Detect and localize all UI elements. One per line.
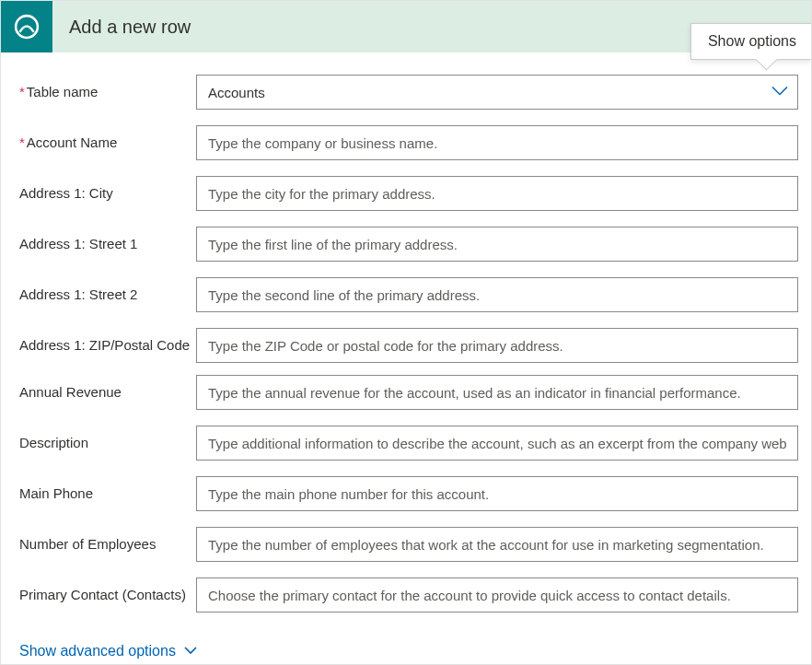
show-options-button[interactable]: Show options: [690, 23, 811, 60]
show-advanced-options-label: Show advanced options: [19, 643, 176, 659]
revenue-input[interactable]: [196, 375, 798, 410]
row-employees: Number of Employees: [19, 527, 798, 564]
employees-input[interactable]: [196, 527, 798, 562]
form-area: *Table name *Account Name Address 1: Cit…: [1, 52, 811, 665]
city-input[interactable]: [196, 176, 798, 211]
label-revenue: Annual Revenue: [19, 375, 196, 402]
label-city: Address 1: City: [19, 176, 196, 203]
label-table-name: *Table name: [19, 75, 196, 101]
row-contact: Primary Contact (Contacts): [19, 578, 798, 614]
row-street2: Address 1: Street 2: [19, 277, 798, 314]
description-input[interactable]: [196, 426, 798, 461]
label-phone: Main Phone: [19, 476, 196, 503]
label-street2: Address 1: Street 2: [19, 277, 196, 304]
label-account-name: *Account Name: [19, 125, 196, 152]
contact-input[interactable]: [196, 578, 798, 612]
table-name-select[interactable]: [196, 75, 798, 110]
zip-input[interactable]: [196, 328, 798, 363]
row-table-name: *Table name: [19, 75, 798, 111]
row-description: Description: [19, 426, 798, 462]
row-city: Address 1: City: [19, 176, 798, 213]
label-zip: Address 1: ZIP/Postal Code: [19, 328, 196, 355]
card-title: Add a new row: [69, 17, 191, 38]
row-phone: Main Phone: [19, 476, 798, 513]
row-revenue: Annual Revenue: [19, 375, 798, 412]
street2-input[interactable]: [196, 277, 798, 312]
phone-input[interactable]: [196, 476, 798, 511]
label-description: Description: [19, 426, 196, 452]
label-contact: Primary Contact (Contacts): [19, 578, 196, 604]
show-options-label: Show options: [708, 33, 796, 49]
label-employees: Number of Employees: [19, 527, 196, 554]
chevron-down-icon: [183, 643, 198, 659]
row-street1: Address 1: Street 1: [19, 227, 798, 263]
dataverse-icon: [1, 1, 52, 52]
row-account-name: *Account Name: [19, 125, 798, 162]
label-street1: Address 1: Street 1: [19, 227, 196, 253]
card-header: Add a new row Show options: [1, 1, 811, 52]
account-name-input[interactable]: [196, 125, 798, 160]
show-advanced-options-button[interactable]: Show advanced options: [19, 643, 198, 659]
street1-input[interactable]: [196, 227, 798, 262]
row-zip: Address 1: ZIP/Postal Code: [19, 328, 798, 365]
